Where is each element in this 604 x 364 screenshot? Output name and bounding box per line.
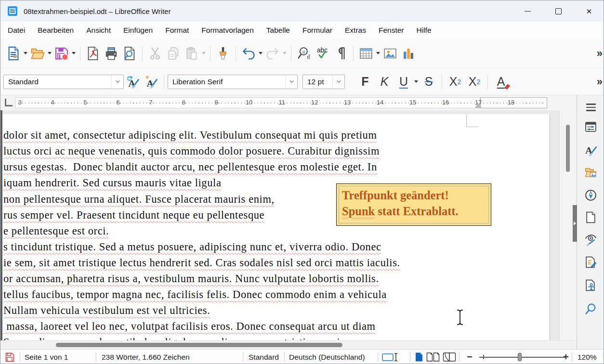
menu-extras[interactable]: Extras — [339, 22, 372, 39]
chevron-down-icon[interactable] — [332, 75, 344, 89]
horizontal-scrollbar-thumb[interactable] — [56, 343, 342, 347]
font-name-combobox[interactable]: Liberation Serif — [168, 75, 298, 89]
document-text-line[interactable]: e pellentesque est orci. — [3, 225, 109, 237]
view-book-button[interactable] — [443, 350, 456, 364]
document-text-line[interactable]: Nullam vehicula vestibulum est vel ultri… — [3, 304, 210, 317]
underline-button[interactable]: U — [394, 72, 413, 91]
sidebar-tab-styles[interactable]: A — [583, 142, 599, 158]
menu-formatvorlagen[interactable]: Formatvorlagen — [195, 22, 260, 39]
clone-formatting-button[interactable] — [214, 44, 232, 63]
tab-stop-selector-icon[interactable] — [5, 99, 13, 106]
paste-button[interactable] — [183, 44, 201, 63]
view-multi-page-button[interactable] — [426, 350, 440, 364]
paragraph-style-combobox[interactable]: Standard — [3, 75, 124, 89]
insert-chart-button[interactable] — [399, 44, 418, 63]
sidebar-settings-button[interactable] — [583, 99, 599, 116]
language-status[interactable]: Deutsch (Deutschland) — [289, 350, 365, 364]
save-button[interactable] — [53, 44, 71, 63]
menu-tabelle[interactable]: Tabelle — [260, 22, 296, 39]
document-text-line[interactable]: or accumsan, pharetra risus a, vestibulu… — [3, 273, 379, 285]
menu-datei[interactable]: Datei — [1, 22, 31, 39]
menu-hilfe[interactable]: Hilfe — [410, 22, 438, 39]
vertical-scrollbar-thumb[interactable] — [566, 125, 570, 172]
menu-einfuegen[interactable]: Einfügen — [117, 22, 159, 39]
page-style-status[interactable]: Standard — [249, 350, 279, 364]
zoom-out-button[interactable]: − — [467, 350, 473, 364]
text-frame[interactable]: Treffpunkt geändert! Spunk statt Extrabl… — [336, 183, 491, 226]
open-button[interactable] — [28, 44, 47, 63]
menu-ansicht[interactable]: Ansicht — [80, 22, 117, 39]
find-replace-button[interactable]: a d — [295, 44, 313, 63]
update-style-button[interactable]: A — [124, 72, 142, 91]
chevron-down-icon[interactable] — [285, 75, 297, 89]
menu-formular[interactable]: Formular — [296, 22, 339, 39]
document-text-line[interactable]: luctus orci ac neque venenatis, quis com… — [3, 145, 380, 157]
document-text-line[interactable]: dolor sit amet, consectetur adipiscing e… — [3, 129, 377, 142]
zoom-percentage-status[interactable]: 120% — [578, 350, 597, 364]
sidebar-tab-properties[interactable] — [583, 118, 599, 135]
paste-dropdown[interactable] — [201, 44, 207, 63]
sidebar-tab-manage-changes[interactable] — [583, 254, 599, 270]
document-text-line[interactable]: ursus egestas. Donec blandit auctor arcu… — [3, 161, 377, 173]
sidebar-collapse-handle[interactable] — [573, 205, 577, 242]
selection-mode-button[interactable] — [382, 350, 398, 364]
underline-dropdown[interactable] — [413, 72, 419, 91]
document-text-line[interactable]: ie sem, sit amet tristique lectus hendre… — [3, 257, 400, 269]
view-single-page-button[interactable] — [415, 350, 423, 364]
menu-bearbeiten[interactable]: Bearbeiten — [31, 22, 80, 39]
undo-button[interactable] — [239, 44, 258, 63]
new-document-button[interactable] — [4, 44, 23, 63]
undo-dropdown[interactable] — [258, 44, 263, 63]
zoom-slider-thumb[interactable] — [518, 353, 522, 361]
page-number-status[interactable]: Seite 1 von 1 — [25, 350, 68, 364]
zoom-slider-track[interactable] — [479, 357, 566, 358]
superscript-button[interactable]: X2 — [446, 72, 465, 91]
subscript-button[interactable]: X2 — [465, 72, 484, 91]
sidebar-tab-style-inspector[interactable] — [583, 232, 599, 248]
new-style-button[interactable]: ✶ A — [142, 72, 160, 91]
document-text-line[interactable]: non pellentesque urna aliquet. Fusce pla… — [3, 193, 275, 206]
spellcheck-button[interactable]: abc — [313, 44, 331, 63]
toolbar-overflow-button[interactable]: » — [597, 76, 602, 88]
cut-button[interactable] — [146, 44, 164, 63]
sidebar-tab-page[interactable] — [583, 209, 599, 225]
minimize-button[interactable] — [512, 0, 543, 22]
horizontal-scrollbar[interactable] — [0, 340, 577, 349]
print-button[interactable] — [102, 44, 120, 63]
toolbar-overflow-button[interactable]: » — [597, 47, 602, 60]
redo-dropdown[interactable] — [282, 44, 288, 63]
zoom-in-button[interactable]: + — [563, 350, 569, 364]
right-indent-marker[interactable] — [475, 103, 482, 108]
close-button[interactable]: ✕ — [574, 0, 604, 22]
document-text-line-partial[interactable]: Suspendisse commodo vestibulum ligula, n… — [3, 336, 348, 340]
sidebar-tab-find[interactable] — [583, 300, 599, 317]
new-document-dropdown[interactable] — [23, 44, 28, 63]
insert-table-dropdown[interactable] — [375, 44, 381, 63]
print-preview-button[interactable] — [120, 44, 139, 63]
document-area[interactable]: dolor sit amet, consectetur adipiscing e… — [0, 110, 577, 340]
menu-format[interactable]: Format — [159, 22, 195, 39]
copy-button[interactable] — [164, 44, 183, 63]
insert-image-button[interactable] — [381, 44, 399, 63]
bold-button[interactable]: F — [355, 72, 375, 91]
horizontal-ruler[interactable]: 3 4 5 6 7 8 9 10 11 12 13 14 15 16 17 18 — [15, 97, 558, 108]
export-pdf-button[interactable] — [84, 44, 102, 63]
word-count-status[interactable]: 238 Wörter, 1.660 Zeichen — [102, 350, 190, 364]
insert-table-button[interactable] — [357, 44, 375, 63]
sidebar-tab-navigator[interactable] — [583, 187, 599, 203]
document-text-line[interactable]: massa, laoreet vel leo nec, volutpat fac… — [3, 320, 376, 333]
document-text-line[interactable]: iquam hendrerit. Sed cursus mauris vitae… — [3, 177, 221, 189]
document-text-line[interactable]: rus semper vel. Praesent tincidunt neque… — [3, 209, 264, 221]
save-dropdown[interactable] — [71, 44, 77, 63]
document-text-line[interactable]: s tincidunt tristique. Sed a metus posue… — [3, 241, 381, 253]
clear-formatting-button[interactable]: A — [491, 72, 511, 91]
chevron-down-icon[interactable] — [111, 75, 123, 89]
formatting-marks-button[interactable] — [331, 44, 350, 63]
document-text-line[interactable]: tellus faucibus, tempor magna nec, facil… — [3, 288, 387, 301]
menu-fenster[interactable]: Fenster — [372, 22, 410, 39]
sidebar-tab-accessibility-check[interactable] — [583, 277, 599, 293]
strikethrough-button[interactable]: S — [419, 72, 438, 91]
redo-button[interactable] — [263, 44, 282, 63]
sidebar-tab-gallery[interactable] — [583, 164, 599, 181]
document-page[interactable]: dolor sit amet, consectetur adipiscing e… — [0, 114, 550, 340]
